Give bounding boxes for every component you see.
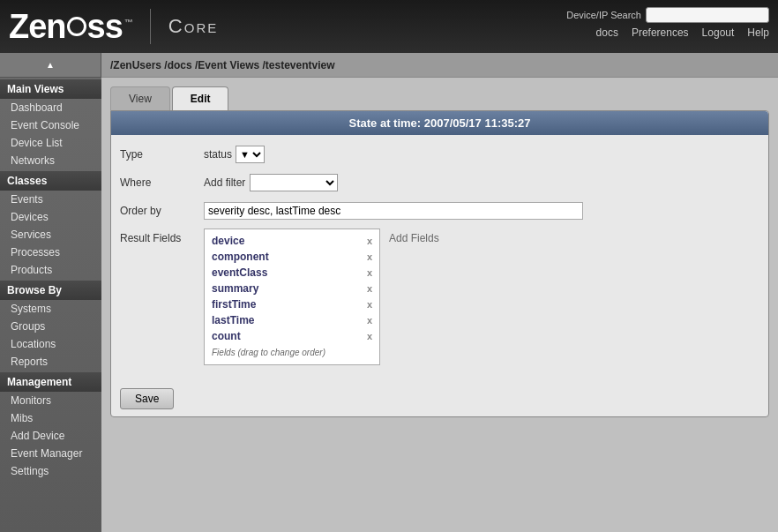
type-row: Type status ▼ (120, 144, 759, 165)
sidebar-item-locations[interactable]: Locations (0, 335, 101, 353)
sidebar: Main Views Dashboard Event Console Devic… (0, 78, 101, 532)
sidebar-toggle[interactable]: ▲ (0, 53, 101, 78)
field-lasttime-remove[interactable]: x (367, 315, 372, 326)
where-row: Where Add filter (120, 172, 759, 193)
field-component-remove[interactable]: x (367, 251, 372, 262)
add-fields-button[interactable]: Add Fields (389, 232, 439, 244)
tab-edit[interactable]: Edit (172, 86, 229, 110)
field-firsttime[interactable]: firstTime x (208, 296, 376, 312)
add-filter-label: Add filter (204, 176, 245, 189)
result-fields-label: Result Fields (120, 229, 204, 244)
field-eventclass-name: eventClass (212, 266, 267, 279)
topbar-right: Device/IP Search docs Preferences Logout… (566, 0, 769, 39)
tabs: View Edit (110, 86, 769, 110)
nav-links: docs Preferences Logout Help (596, 26, 769, 39)
field-summary-remove[interactable]: x (367, 283, 372, 294)
section-header-management: Management (0, 372, 101, 392)
section-header-browse-by: Browse By (0, 281, 101, 300)
tab-view[interactable]: View (110, 86, 170, 110)
breadcrumb-text: /ZenUsers /docs /Event Views /testeventv… (110, 59, 335, 71)
field-component-name: component (212, 251, 269, 263)
type-control: status ▼ (204, 146, 759, 163)
sidebar-item-event-manager[interactable]: Event Manager (0, 445, 101, 462)
sidebar-item-systems[interactable]: Systems (0, 300, 101, 318)
filter-select[interactable] (250, 174, 338, 191)
search-input[interactable] (646, 7, 769, 23)
sidebar-item-add-device[interactable]: Add Device (0, 427, 101, 445)
logo-divider (150, 9, 151, 44)
field-eventclass-remove[interactable]: x (367, 267, 372, 278)
result-fields-row: Result Fields device x component x (120, 229, 759, 365)
form-panel: State at time: 2007/05/17 11:35:27 Type … (110, 110, 769, 417)
logo: Zenss™ (9, 8, 132, 46)
field-component[interactable]: component x (208, 249, 376, 265)
nav-docs[interactable]: docs (596, 26, 618, 39)
order-by-row: Order by (120, 200, 759, 221)
field-device[interactable]: device x (208, 233, 376, 249)
section-header-main-views: Main Views (0, 79, 101, 99)
field-firsttime-remove[interactable]: x (367, 299, 372, 310)
topbar: Zenss™ Core Device/IP Search docs Prefer… (0, 0, 778, 53)
save-button[interactable]: Save (120, 388, 174, 409)
sidebar-item-groups[interactable]: Groups (0, 318, 101, 335)
search-label: Device/IP Search (566, 10, 641, 20)
sidebar-item-networks[interactable]: Networks (0, 152, 101, 169)
nav-preferences[interactable]: Preferences (632, 26, 689, 39)
sidebar-item-services[interactable]: Services (0, 226, 101, 244)
sidebar-item-settings[interactable]: Settings (0, 462, 101, 480)
order-by-input[interactable] (204, 202, 583, 220)
field-lasttime-name: lastTime (212, 314, 254, 326)
where-label: Where (120, 176, 204, 189)
section-header-classes: Classes (0, 171, 101, 191)
nav-help[interactable]: Help (747, 26, 769, 39)
nav-logout[interactable]: Logout (702, 26, 735, 39)
sidebar-item-monitors[interactable]: Monitors (0, 392, 101, 409)
type-label: Type (120, 148, 204, 161)
sidebar-item-dashboard[interactable]: Dashboard (0, 99, 101, 116)
result-fields-container: device x component x eventClass x (204, 229, 759, 365)
field-device-name: device (212, 235, 244, 247)
sidebar-item-devices[interactable]: Devices (0, 208, 101, 226)
form-title: State at time: 2007/05/17 11:35:27 (111, 111, 768, 135)
sidebar-item-processes[interactable]: Processes (0, 244, 101, 261)
search-area: Device/IP Search (566, 7, 769, 23)
main-layout: Main Views Dashboard Event Console Devic… (0, 78, 778, 532)
type-value: status (204, 148, 232, 161)
field-summary[interactable]: summary x (208, 281, 376, 296)
order-by-control (204, 202, 759, 220)
sidebar-item-events[interactable]: Events (0, 191, 101, 208)
field-firsttime-name: firstTime (212, 298, 256, 311)
order-by-label: Order by (120, 205, 204, 217)
field-count[interactable]: count x (208, 328, 376, 344)
sidebar-item-reports[interactable]: Reports (0, 353, 101, 371)
fields-list: device x component x eventClass x (204, 229, 380, 365)
collapse-icon: ▲ (46, 60, 55, 70)
where-control: Add filter (204, 174, 759, 191)
logo-tm: ™ (124, 18, 132, 27)
sidebar-item-products[interactable]: Products (0, 261, 101, 279)
field-count-remove[interactable]: x (367, 331, 372, 341)
field-count-name: count (212, 330, 241, 342)
sidebar-item-mibs[interactable]: Mibs (0, 409, 101, 427)
field-device-remove[interactable]: x (367, 236, 372, 246)
content-area: View Edit State at time: 2007/05/17 11:3… (101, 78, 778, 532)
form-body: Type status ▼ Where Add filter (111, 135, 768, 381)
field-eventclass[interactable]: eventClass x (208, 265, 376, 281)
field-lasttime[interactable]: lastTime x (208, 312, 376, 328)
sidebar-item-device-list[interactable]: Device List (0, 134, 101, 152)
fields-drag-hint: Fields (drag to change order) (208, 344, 376, 361)
logo-area: Zenss™ Core (9, 8, 218, 46)
field-summary-name: summary (212, 282, 258, 295)
add-fields-area: Add Fields (389, 229, 759, 365)
logo-core: Core (168, 15, 218, 38)
sidebar-item-event-console[interactable]: Event Console (0, 116, 101, 134)
type-select[interactable]: ▼ (236, 146, 265, 163)
breadcrumb: /ZenUsers /docs /Event Views /testeventv… (101, 53, 778, 78)
